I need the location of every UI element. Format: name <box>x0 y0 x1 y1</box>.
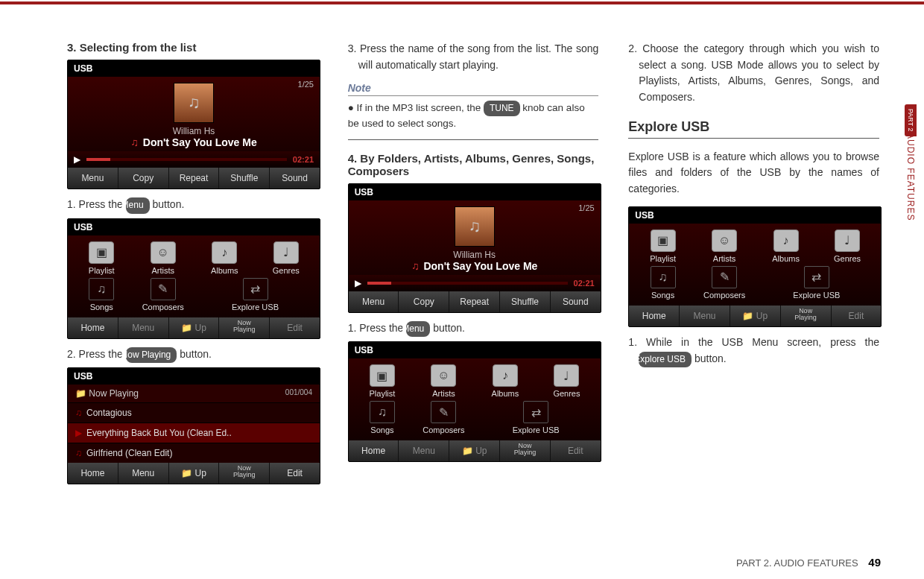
pen-icon: ✎ <box>720 270 730 284</box>
bb-copy: Copy <box>118 168 169 189</box>
bb-home: Home <box>349 440 399 461</box>
cat-albums: ♪Albums <box>194 241 256 275</box>
cat-playlist: ▣Playlist <box>632 230 694 263</box>
cat-explore-usb: ⇄Explore USB <box>755 266 878 300</box>
pen-icon: ✎ <box>439 405 449 420</box>
bb-up: 📁 Up <box>449 440 500 461</box>
list-row: ♫Contagious <box>68 402 320 423</box>
list-folder-row: 📁 Now Playing 001/004 <box>68 385 320 402</box>
player-bottom-bar: Menu Copy Repeat Shuffle Sound <box>349 291 601 312</box>
pen-icon: ✎ <box>158 282 168 296</box>
step-4-1: 1. Press the Menu button. <box>348 320 599 338</box>
bb-edit: Edit <box>270 317 320 338</box>
cat-composers: ✎Composers <box>133 278 194 311</box>
list-bottom-bar: Home Menu 📁 Up NowPlaying Edit <box>68 463 320 484</box>
progress-bar <box>86 158 287 161</box>
player-bottom-bar: Menu Copy Repeat Shuffle Sound <box>68 168 320 189</box>
note-body: ● If in the MP3 list screen, the TUNE kn… <box>348 101 599 139</box>
shot-title: USB <box>349 184 601 200</box>
menu-bottom-bar: Home Menu 📁 Up NowPlaying Edit <box>68 317 320 338</box>
track-counter: 1/25 <box>578 203 594 212</box>
cat-songs: ♫Songs <box>632 266 694 300</box>
cat-genres: ♩Genres <box>817 230 879 263</box>
note-icon: ♪ <box>221 246 227 259</box>
guitar-icon: ♩ <box>563 369 569 383</box>
cat-songs: ♫Songs <box>352 401 414 434</box>
bb-sound: Sound <box>551 291 601 312</box>
bb-now-playing: NowPlaying <box>781 306 832 326</box>
step-1: 1. Press the Menu button. <box>67 197 318 214</box>
header-red-bar <box>0 1 924 4</box>
list-row: ♫Girlfriend (Clean Edit) <box>68 443 320 463</box>
heading-by-categories: 4. By Folders, Artists, Albums, Genres, … <box>348 152 599 177</box>
songs-icon: ♫ <box>97 282 106 296</box>
page-number: 49 <box>868 556 881 569</box>
shot-title: USB <box>68 219 320 235</box>
step-3: 3. Press the name of the song from the l… <box>348 41 599 73</box>
now-playing-button-label: Now Playing <box>126 347 177 364</box>
guitar-icon: ♩ <box>283 245 289 259</box>
elapsed-time: 02:21 <box>293 155 314 164</box>
list-counter: 001/004 <box>285 388 312 396</box>
screenshot-usb-menu-1: USB ▣Playlist ☺Artists ♪Albums ♩Genres ♫… <box>67 218 320 339</box>
bb-shuffle: Shuffle <box>500 291 551 312</box>
songs-icon: ♫ <box>659 270 668 284</box>
shot-title: USB <box>349 342 601 358</box>
heading-selecting-from-list: 3. Selecting from the list <box>67 41 318 54</box>
person-icon: ☺ <box>157 246 169 259</box>
bb-edit: Edit <box>832 306 882 326</box>
play-icon: ▶ <box>74 154 80 165</box>
artist-name: William Hs <box>355 250 595 260</box>
step-2: 2. Press the Now Playing button. <box>67 347 318 364</box>
cat-explore-usb: ⇄Explore USB <box>475 401 598 434</box>
person-icon: ☺ <box>718 234 730 247</box>
music-note-icon: ♫ <box>130 136 139 148</box>
play-icon: ▶ <box>355 278 361 288</box>
screenshot-usb-player-1: USB 1/25 ♫ William Hs ♫Don't Say You Lov… <box>67 60 320 189</box>
step-explore-1: 1. While in the USB Menu screen, press t… <box>628 335 879 367</box>
bb-edit: Edit <box>270 463 320 484</box>
note-heading: Note <box>348 82 599 96</box>
track-title: ♫Don't Say You Love Me <box>355 260 595 272</box>
playlist-icon: ▣ <box>376 369 387 383</box>
bb-home: Home <box>629 306 680 326</box>
footer-section: PART 2. AUDIO FEATURES <box>736 557 858 569</box>
explore-usb-intro: Explore USB is a feature which allows yo… <box>628 149 879 197</box>
note-icon: ♪ <box>502 369 508 382</box>
track-title: ♫Don't Say You Love Me <box>74 136 314 148</box>
screenshot-usb-list: USB 📁 Now Playing 001/004 ♫Contagious ▶E… <box>67 367 320 484</box>
music-note-icon: ♫ <box>468 217 481 236</box>
column-2: 3. Press the name of the song from the l… <box>348 41 599 492</box>
usb-icon: ⇄ <box>531 405 541 420</box>
bb-sound: Sound <box>270 168 320 189</box>
bb-now-playing: NowPlaying <box>219 317 270 338</box>
usb-icon: ⇄ <box>250 282 260 296</box>
screenshot-usb-menu-2: USB ▣Playlist ☺Artists ♪Albums ♩Genres ♫… <box>348 341 601 462</box>
list-row-selected: ▶Everything Back But You (Clean Ed.. <box>68 423 320 443</box>
person-icon: ☺ <box>437 369 449 382</box>
cat-playlist: ▣Playlist <box>71 241 133 275</box>
cat-genres: ♩Genres <box>256 241 317 275</box>
artist-name: William Hs <box>74 126 314 136</box>
shot-title: USB <box>68 60 320 77</box>
bb-menu: Menu <box>680 306 730 326</box>
cat-playlist: ▣Playlist <box>352 364 414 398</box>
column-3: 2. Choose the category through which you… <box>628 41 879 492</box>
bb-menu: Menu <box>118 463 169 484</box>
tune-knob-label: TUNE <box>484 101 520 116</box>
cat-artists: ☺Artists <box>694 230 756 263</box>
cat-albums: ♪Albums <box>755 230 817 263</box>
side-tab-part: PART 2 <box>905 104 917 136</box>
bb-up: 📁 Up <box>169 317 220 338</box>
bb-repeat: Repeat <box>169 168 220 189</box>
note-icon: ♪ <box>783 234 789 247</box>
menu-bottom-bar: Home Menu 📁 Up NowPlaying Edit <box>629 306 881 326</box>
guitar-icon: ♩ <box>844 233 850 247</box>
side-tab-section: AUDIO FEATURES <box>905 133 916 221</box>
section-heading-explore-usb: Explore USB <box>628 119 879 139</box>
bb-menu: Menu <box>68 168 118 189</box>
cat-artists: ☺Artists <box>133 241 194 275</box>
cat-artists: ☺Artists <box>413 364 475 398</box>
bb-now-playing: NowPlaying <box>219 463 270 484</box>
bb-repeat: Repeat <box>449 291 500 312</box>
